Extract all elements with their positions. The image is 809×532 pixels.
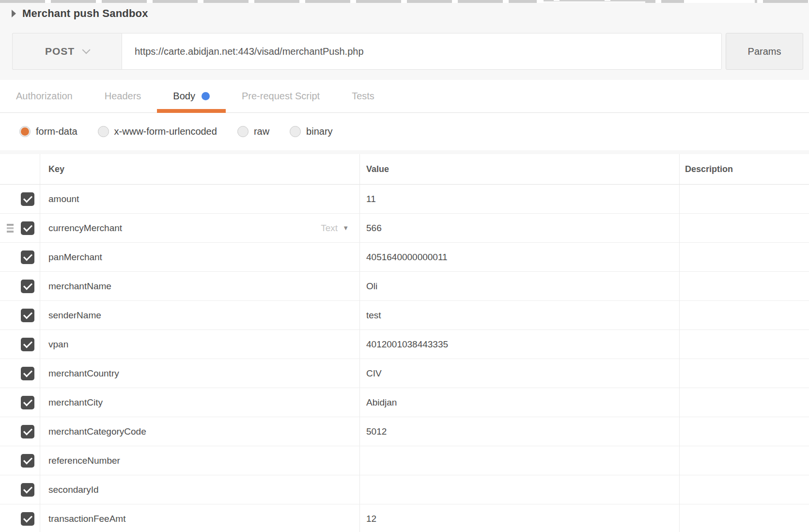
key-cell[interactable]: secondaryId <box>40 475 359 504</box>
value-cell[interactable]: 566 <box>359 214 679 243</box>
header-key: Key <box>40 154 359 185</box>
top-edge-decoration <box>0 0 809 3</box>
key-cell[interactable]: vpan <box>40 330 359 359</box>
key-text: currencyMerchant <box>48 223 122 234</box>
key-cell[interactable]: merchantCity <box>40 388 359 417</box>
value-cell[interactable]: test <box>359 301 679 330</box>
value-type-dropdown[interactable]: Text ▼ <box>321 223 359 234</box>
key-cell[interactable]: merchantName <box>40 272 359 301</box>
description-cell[interactable] <box>679 243 809 272</box>
request-title: Merchant push Sandbox <box>22 7 148 20</box>
row-checkbox[interactable] <box>21 483 34 497</box>
key-cell[interactable]: amount <box>40 185 359 214</box>
tab-tests[interactable]: Tests <box>336 80 390 112</box>
key-text: senderName <box>48 310 101 321</box>
table-row: merchantCity Abidjan <box>0 388 809 417</box>
radio-label: form-data <box>36 126 78 137</box>
value-cell[interactable] <box>359 475 679 504</box>
key-cell[interactable]: transactionFeeAmt <box>40 504 359 532</box>
description-cell[interactable] <box>679 185 809 214</box>
row-checkbox[interactable] <box>21 280 34 293</box>
drag-handle-icon[interactable] <box>7 224 14 233</box>
key-text: referenceNumber <box>48 455 120 466</box>
table-row: vpan 4012001038443335 <box>0 330 809 359</box>
value-cell[interactable]: 12 <box>359 504 679 532</box>
value-cell[interactable]: Oli <box>359 272 679 301</box>
row-checkbox-cell <box>0 243 40 272</box>
value-text: Abidjan <box>366 397 397 408</box>
body-type-radio-raw[interactable]: raw <box>237 126 269 137</box>
row-checkbox[interactable] <box>21 221 34 235</box>
row-checkbox[interactable] <box>21 512 34 526</box>
key-text: amount <box>48 194 79 204</box>
value-cell[interactable]: 11 <box>359 185 679 214</box>
row-checkbox[interactable] <box>21 454 34 468</box>
method-label: POST <box>45 46 75 57</box>
table-row: merchantCountry CIV <box>0 359 809 388</box>
row-checkbox[interactable] <box>21 338 34 351</box>
radio-icon <box>237 126 249 137</box>
value-cell[interactable]: CIV <box>359 359 679 388</box>
tab-body[interactable]: Body <box>157 80 226 112</box>
key-cell[interactable]: referenceNumber <box>40 446 359 475</box>
url-input[interactable]: https://carte.abidjan.net:443/visad/merc… <box>122 33 722 70</box>
row-checkbox[interactable] <box>21 425 34 438</box>
method-dropdown[interactable]: POST <box>12 33 122 70</box>
row-checkbox[interactable] <box>21 396 34 409</box>
radio-label: raw <box>254 126 269 137</box>
table-row: amount 11 <box>0 185 809 214</box>
body-type-radio-binary[interactable]: binary <box>290 126 332 137</box>
collapse-triangle-icon[interactable] <box>12 10 16 17</box>
description-cell[interactable] <box>679 214 809 243</box>
header-checkbox-column <box>0 154 40 185</box>
description-cell[interactable] <box>679 446 809 475</box>
key-cell[interactable]: currencyMerchant Text ▼ <box>40 214 359 243</box>
value-cell[interactable] <box>359 446 679 475</box>
value-text: CIV <box>366 368 382 379</box>
row-checkbox[interactable] <box>21 250 34 264</box>
row-checkbox-cell <box>0 359 40 388</box>
key-text: merchantName <box>48 281 111 292</box>
key-text: panMerchant <box>48 252 102 263</box>
row-checkbox[interactable] <box>21 309 34 322</box>
value-cell[interactable]: Abidjan <box>359 388 679 417</box>
table-row: merchantCategoryCode 5012 <box>0 417 809 446</box>
value-text: test <box>366 310 381 321</box>
description-cell[interactable] <box>679 272 809 301</box>
description-cell[interactable] <box>679 359 809 388</box>
row-checkbox[interactable] <box>21 192 34 206</box>
description-cell[interactable] <box>679 388 809 417</box>
key-text: vpan <box>48 339 68 350</box>
body-type-options: form-data x-www-form-urlencoded raw bina… <box>0 113 809 150</box>
radio-label: binary <box>306 126 332 137</box>
description-cell[interactable] <box>679 417 809 446</box>
value-text: 11 <box>366 194 376 204</box>
tab-label: Tests <box>352 91 374 102</box>
tab-authorization[interactable]: Authorization <box>0 80 89 112</box>
description-cell[interactable] <box>679 504 809 532</box>
row-checkbox-cell <box>0 185 40 214</box>
value-cell[interactable]: 4051640000000011 <box>359 243 679 272</box>
tab-pre-request-script[interactable]: Pre-request Script <box>226 80 336 112</box>
body-type-radio-form-data[interactable]: form-data <box>19 126 78 137</box>
body-type-radio-x-www-form-urlencoded[interactable]: x-www-form-urlencoded <box>98 126 217 137</box>
key-cell[interactable]: merchantCategoryCode <box>40 417 359 446</box>
key-cell[interactable]: merchantCountry <box>40 359 359 388</box>
top-edge-notch <box>544 1 645 3</box>
description-cell[interactable] <box>679 475 809 504</box>
url-text: https://carte.abidjan.net:443/visad/merc… <box>135 46 364 57</box>
table-row: currencyMerchant Text ▼ 566 <box>0 214 809 243</box>
row-checkbox[interactable] <box>21 367 34 380</box>
value-cell[interactable]: 5012 <box>359 417 679 446</box>
key-cell[interactable]: senderName <box>40 301 359 330</box>
table-row: senderName test <box>0 301 809 330</box>
description-cell[interactable] <box>679 330 809 359</box>
header-value: Value <box>359 154 679 185</box>
params-button[interactable]: Params <box>726 33 803 70</box>
description-cell[interactable] <box>679 301 809 330</box>
header-description: Description <box>679 154 809 185</box>
key-cell[interactable]: panMerchant <box>40 243 359 272</box>
value-type-label: Text <box>321 223 338 234</box>
tab-headers[interactable]: Headers <box>89 80 157 112</box>
value-cell[interactable]: 4012001038443335 <box>359 330 679 359</box>
